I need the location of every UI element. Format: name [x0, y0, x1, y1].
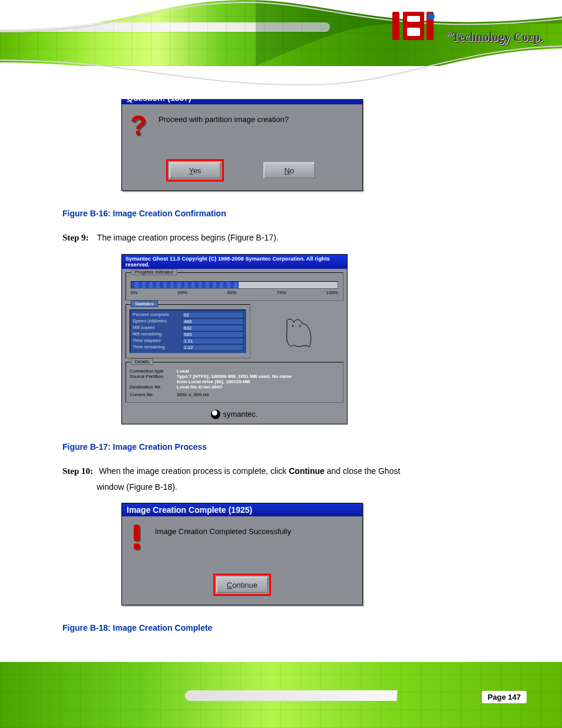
figure-b18-caption: Figure B-18: Image Creation Complete [62, 623, 527, 633]
symantec-footer: symantec. [125, 406, 343, 420]
progress-ticks: 0% 25% 50% 75% 100% [131, 290, 338, 295]
detail-source-2: from Local drive [80], 130129 MB [177, 379, 339, 384]
stat-mb-remaining: 583 [182, 331, 243, 338]
dialog-message: Proceed with partition image creation? [158, 115, 289, 124]
brand-text: ®Technology Corp. [445, 29, 543, 44]
svg-point-1 [299, 325, 300, 326]
figure-b17-wrap: Symantec Ghost 11.5 Copyright (C) 1998-2… [121, 254, 527, 424]
detail-connection: Local [177, 368, 339, 374]
figure-b16-wrap: Question: (1837) Proceed with partition … [121, 91, 527, 191]
iei-logo [392, 11, 438, 45]
dialog-complete-1925: Image Creation Complete (1925) Image Cre… [121, 503, 363, 605]
progress-panel-title: Progress Indicator [131, 269, 177, 275]
ghost-mascot-icon [254, 304, 343, 362]
dialog3-title: Image Creation Complete (1925) [122, 503, 362, 516]
ghost-title: Symantec Ghost 11.5 Copyright (C) 1998-2… [122, 255, 347, 269]
detail-source-1: Type:7 [NTFS], 100006 MB, 1951 MB used, … [177, 374, 339, 379]
question-icon [130, 113, 148, 141]
statistics-panel: Statistics Percent complete52 Speed (MB/… [125, 304, 250, 358]
stat-time-elapsed: 1:21 [182, 338, 243, 344]
step-10-cont: window (Figure B-18). [97, 481, 527, 493]
ghost-window: Symantec Ghost 11.5 Copyright (C) 1998-2… [121, 254, 348, 424]
stat-percent-complete: 52 [182, 312, 243, 318]
continue-button[interactable]: Continue [216, 577, 268, 593]
symantec-logo-icon [211, 410, 220, 419]
svg-point-0 [292, 325, 293, 326]
page-number: Page 147 [482, 691, 527, 703]
yes-button[interactable]: Yes [169, 162, 221, 179]
details-panel: Details Connection typeLocal Source Part… [125, 362, 343, 403]
statistics-title: Statistics [131, 301, 158, 307]
detail-current-file: 3891 o_869.nls [177, 392, 339, 397]
footer-ribbon [184, 690, 397, 701]
stat-mb-copied: 632 [182, 325, 243, 331]
detail-destination: Local file D:\iei.GHO [177, 384, 339, 390]
no-button[interactable]: No [263, 162, 315, 179]
dialog-question-1837: Question: (1837) Proceed with partition … [121, 91, 363, 191]
progress-bar-fill [131, 282, 239, 288]
step-9: Step 9:The image creation process begins… [62, 231, 527, 245]
page-body: Question: (1837) Proceed with partition … [0, 66, 562, 662]
step-10: Step 10:When the image creation process … [62, 465, 527, 478]
stat-time-remaining: 1:12 [182, 344, 243, 351]
stat-speed: 468 [182, 318, 243, 325]
details-title: Details [131, 358, 153, 365]
progress-panel: Progress Indicator 0% 25% 50% 75% 100% [125, 272, 343, 301]
progress-bar [131, 281, 338, 289]
figure-b16-caption: Figure B-16: Image Creation Confirmation [62, 209, 527, 218]
figure-b17-caption: Figure B-17: Image Creation Process [62, 442, 527, 452]
figure-b18-wrap: Image Creation Complete (1925) Image Cre… [121, 503, 527, 605]
dialog3-message: Image Creation Completed Successfully [155, 527, 291, 536]
exclamation-icon [130, 525, 144, 551]
